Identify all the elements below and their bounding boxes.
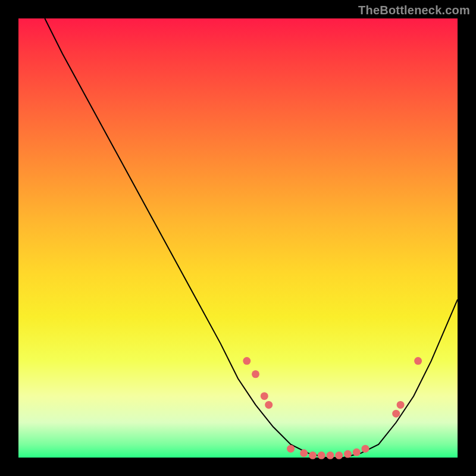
marker-dot bbox=[397, 401, 405, 409]
curve-svg bbox=[18, 18, 458, 458]
marker-dot bbox=[261, 392, 268, 400]
chart-container: TheBottleneck.com bbox=[0, 0, 476, 476]
marker-dot bbox=[309, 452, 317, 459]
marker-dot bbox=[265, 401, 273, 409]
marker-dot bbox=[252, 370, 259, 378]
marker-dot bbox=[362, 445, 369, 453]
marker-dot bbox=[318, 452, 325, 459]
marker-dot bbox=[392, 410, 400, 418]
attribution-label: TheBottleneck.com bbox=[358, 4, 470, 17]
marker-dot bbox=[300, 449, 308, 457]
marker-dot bbox=[243, 357, 250, 365]
bottleneck-curve bbox=[45, 18, 458, 458]
curve-markers bbox=[243, 357, 422, 459]
marker-dot bbox=[414, 357, 422, 365]
marker-dot bbox=[287, 445, 295, 453]
marker-dot bbox=[353, 449, 361, 456]
marker-dot bbox=[327, 452, 334, 459]
marker-dot bbox=[344, 450, 352, 458]
marker-dot bbox=[335, 452, 343, 459]
plot-area bbox=[18, 18, 458, 458]
